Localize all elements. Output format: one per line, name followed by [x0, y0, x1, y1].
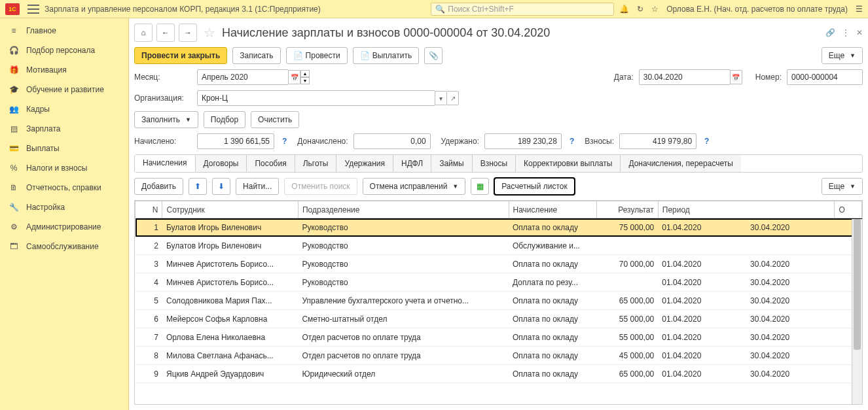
tab-contributions[interactable]: Взносы [473, 155, 516, 172]
vertical-scrollbar[interactable] [852, 219, 862, 404]
addl-value[interactable]: 0,00 [353, 133, 431, 149]
sidebar-item-payments[interactable]: 💳Выплаты [0, 139, 128, 158]
org-input[interactable]: Крон-Ц [197, 90, 435, 106]
post-and-close-button[interactable]: Провести и закрыть [134, 47, 227, 64]
col-header-accrual[interactable]: Начисление [509, 201, 597, 218]
menu-toggle-icon[interactable] [27, 5, 39, 14]
number-input[interactable]: 0000-000004 [787, 69, 863, 85]
dropdown-icon[interactable]: ▾ [435, 91, 447, 105]
contrib-value[interactable]: 419 979,80 [619, 133, 696, 149]
back-button[interactable]: ← [156, 24, 175, 42]
move-up-button[interactable]: ⬆ [189, 178, 207, 195]
scroll-thumb[interactable] [854, 219, 861, 350]
link-icon[interactable]: 🔗 [825, 28, 835, 37]
sidebar-item-selfservice[interactable]: 🗔Самообслуживание [0, 237, 128, 256]
fill-button[interactable]: Заполнить▼ [134, 111, 198, 128]
sidebar-item-salary[interactable]: ▤Зарплата [0, 119, 128, 139]
sidebar-item-settings[interactable]: 🔧Настройка [0, 197, 128, 217]
accrued-value[interactable]: 1 390 661,55 [197, 133, 274, 149]
cell-n: 4 [136, 273, 162, 292]
close-icon[interactable]: ✕ [856, 28, 863, 37]
sidebar-item-motivation[interactable]: 🎁Мотивация [0, 60, 128, 80]
bell-icon[interactable]: 🔔 [619, 5, 629, 14]
settings-menu-icon[interactable]: ☰ [856, 5, 863, 14]
current-user[interactable]: Орлова Е.Н. (Нач. отд. расчетов по оплат… [666, 5, 848, 14]
help-icon[interactable]: ? [704, 137, 709, 146]
month-input[interactable]: Апрель 2020 [197, 69, 289, 85]
table-row[interactable]: 3Минчев Аристотель Борисо...РуководствоО… [136, 255, 862, 273]
tab-benefits[interactable]: Пособия [247, 155, 295, 172]
calendar-icon[interactable]: 📅 [731, 70, 742, 84]
sidebar-item-main[interactable]: ≡Главное [0, 21, 128, 41]
global-search-input[interactable]: 🔍 Поиск Ctrl+Shift+F [431, 3, 614, 16]
save-button[interactable]: Записать [232, 47, 280, 64]
find-button[interactable]: Найти... [236, 178, 279, 195]
date-input[interactable]: 30.04.2020 [639, 69, 731, 85]
cell-department: Руководство [298, 237, 509, 255]
cell-result: 70 000,00 [597, 255, 658, 273]
arrow-down-icon: ⬇ [218, 182, 225, 191]
table-row[interactable]: 2Булатов Игорь ВиленовичРуководствоОбслу… [136, 237, 862, 255]
table-more-button[interactable]: Еще▼ [822, 178, 863, 195]
history-icon[interactable]: ↻ [637, 5, 643, 14]
favorite-toggle[interactable]: ☆ [204, 25, 215, 41]
calendar-icon[interactable]: 📅 [289, 70, 300, 84]
payslip-button[interactable]: Расчетный листок [494, 178, 574, 195]
withheld-value[interactable]: 189 230,28 [484, 133, 562, 149]
more-button[interactable]: Еще▼ [822, 47, 863, 64]
tab-deductions[interactable]: Удержания [336, 155, 393, 172]
star-icon[interactable]: ☆ [651, 5, 659, 14]
month-down-button[interactable]: ▼ [300, 77, 310, 84]
tab-recalculations[interactable]: Доначисления, перерасчеты [621, 155, 740, 172]
attach-button[interactable]: 📎 [424, 47, 443, 64]
col-header-employee[interactable]: Сотрудник [162, 201, 298, 218]
table-row[interactable]: 7Орлова Елена НиколаевнаОтдел расчетов п… [136, 328, 862, 347]
search-placeholder: Поиск Ctrl+Shift+F [448, 5, 514, 14]
tab-loans[interactable]: Займы [431, 155, 473, 172]
sidebar-item-taxes[interactable]: %Налоги и взносы [0, 158, 128, 178]
cancel-fix-button[interactable]: Отмена исправлений▼ [363, 178, 466, 195]
app-title: Зарплата и управление персоналом КОРП, р… [45, 5, 321, 14]
cell-n: 8 [136, 347, 162, 365]
table-row[interactable]: 9Яцкив Андрей ЭдуардовичЮридический отде… [136, 365, 862, 383]
home-button[interactable]: ⌂ [134, 24, 153, 42]
tab-contracts[interactable]: Договоры [196, 155, 247, 172]
help-icon[interactable]: ? [570, 137, 574, 146]
col-header-result[interactable]: Результат [597, 201, 658, 218]
col-header-department[interactable]: Подразделение [298, 201, 509, 218]
col-header-period[interactable]: Период [658, 201, 835, 218]
table-row[interactable]: 8Милова Светлана Афанась...Отдел расчето… [136, 347, 862, 365]
cell-accrual: Оплата по окладу [509, 328, 597, 347]
sidebar-item-hr[interactable]: 👥Кадры [0, 99, 128, 119]
sidebar-item-reports[interactable]: 🗎Отчетность, справки [0, 178, 128, 197]
pay-button[interactable]: 📄Выплатить [353, 47, 420, 64]
col-header-o[interactable]: О [835, 201, 862, 218]
percent-icon: % [8, 162, 20, 174]
col-header-n[interactable]: N [136, 201, 162, 218]
pick-button[interactable]: Подбор [204, 111, 245, 128]
sidebar-item-learning[interactable]: 🎓Обучение и развитие [0, 80, 128, 99]
sidebar-item-admin[interactable]: ⚙Администрирование [0, 217, 128, 237]
month-up-button[interactable]: ▲ [300, 70, 310, 77]
people-icon: 👥 [8, 103, 20, 115]
forward-button[interactable]: → [179, 24, 197, 42]
move-down-button[interactable]: ⬇ [212, 178, 230, 195]
more-vertical-icon[interactable]: ⋮ [842, 28, 850, 37]
post-button[interactable]: 📄Провести [286, 47, 348, 64]
tab-corrections[interactable]: Корректировки выплаты [516, 155, 621, 172]
help-icon[interactable]: ? [282, 137, 287, 146]
table-row[interactable]: 1Булатов Игорь ВиленовичРуководствоОплат… [136, 218, 862, 237]
clear-button[interactable]: Очистить [251, 111, 299, 128]
tab-ndfl[interactable]: НДФЛ [393, 155, 431, 172]
table-row[interactable]: 5Солодовникова Мария Пах...Управление бу… [136, 292, 862, 310]
open-icon[interactable]: ↗ [447, 91, 459, 105]
table-row[interactable]: 4Минчев Аристотель Борисо...РуководствоД… [136, 273, 862, 292]
sidebar-item-recruit[interactable]: 🎧Подбор персонала [0, 41, 128, 60]
tab-accruals[interactable]: Начисления [135, 155, 196, 172]
tab-privileges[interactable]: Льготы [295, 155, 337, 172]
wallet-icon: 💳 [8, 143, 20, 154]
column-settings-button[interactable]: ▦ [471, 178, 489, 195]
add-button[interactable]: Добавить [134, 178, 183, 195]
cell-result: 75 000,00 [597, 218, 658, 237]
table-row[interactable]: 6Мейерсон Софья КарловнаСметно-штатный о… [136, 310, 862, 328]
